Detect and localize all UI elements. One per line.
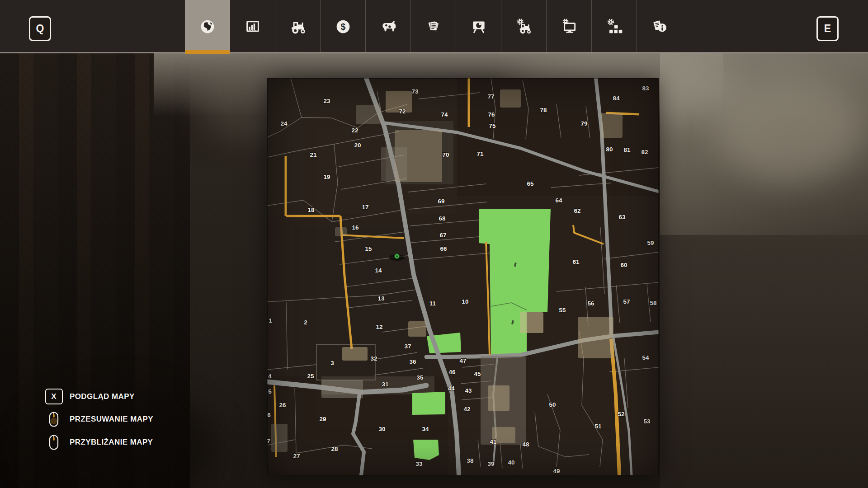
- field-number-21: 21: [310, 151, 317, 158]
- svg-text:$: $: [340, 22, 345, 32]
- tab-maintenance[interactable]: [501, 0, 547, 53]
- field-number-20: 20: [354, 142, 361, 149]
- globe-icon: [197, 16, 218, 37]
- field-number-75: 75: [489, 122, 496, 129]
- legend-row: PRZESUWANIE MAPY: [43, 411, 153, 427]
- field-number-55: 55: [559, 307, 566, 314]
- field-number-24: 24: [280, 120, 288, 127]
- tab-help[interactable]: [637, 0, 682, 53]
- tab-strip: $: [185, 0, 682, 53]
- field-number-38: 38: [467, 457, 474, 464]
- animals-icon: [378, 16, 399, 37]
- mouse-move-icon: [43, 411, 64, 427]
- finances-icon: [242, 16, 263, 37]
- field-number-41: 41: [490, 438, 497, 445]
- field-number-82: 82: [641, 149, 648, 155]
- field-number-46: 46: [448, 369, 456, 375]
- field-number-35: 35: [416, 374, 424, 381]
- field-number-25: 25: [307, 373, 314, 380]
- field-number-73: 73: [411, 88, 419, 95]
- field-number-54: 54: [642, 354, 649, 361]
- field-number-19: 19: [323, 174, 330, 180]
- field-number-49: 49: [553, 468, 560, 474]
- field-number-40: 40: [508, 459, 514, 466]
- field-number-52: 52: [618, 411, 624, 418]
- x-keycap: X: [45, 389, 63, 404]
- field-number-6: 6: [267, 412, 271, 418]
- field-number-2: 2: [304, 319, 307, 326]
- field-number-74: 74: [441, 111, 448, 118]
- tab-contracts[interactable]: [411, 0, 456, 53]
- field-number-57: 57: [623, 298, 630, 305]
- field-number-51: 51: [594, 423, 602, 430]
- field-number-65: 65: [527, 180, 534, 187]
- field-number-5: 5: [268, 388, 272, 395]
- tab-settings[interactable]: [547, 0, 592, 53]
- field-number-67: 67: [439, 232, 446, 239]
- farm-map[interactable]: 1234567101112131415161718192021222324252…: [267, 78, 659, 475]
- tab-money[interactable]: $: [321, 0, 366, 53]
- legend-label: PRZYBLIŻANIE MAPY: [70, 438, 153, 447]
- field-number-59: 59: [647, 239, 654, 246]
- field-number-27: 27: [293, 453, 300, 460]
- field-number-26: 26: [279, 402, 286, 408]
- field-number-63: 63: [618, 214, 626, 221]
- field-number-17: 17: [362, 204, 368, 211]
- field-number-60: 60: [620, 262, 627, 268]
- field-number-22: 22: [351, 127, 358, 134]
- background-right-top: [660, 53, 868, 252]
- tab-finances[interactable]: [230, 0, 275, 53]
- field-number-13: 13: [377, 295, 385, 302]
- field-number-3: 3: [330, 360, 334, 366]
- map-view[interactable]: 1234567101112131415161718192021222324252…: [267, 78, 659, 475]
- field-number-61: 61: [572, 258, 580, 265]
- field-number-71: 71: [476, 150, 484, 157]
- field-number-43: 43: [465, 387, 472, 394]
- field-number-37: 37: [404, 343, 411, 350]
- tab-production[interactable]: [456, 0, 501, 53]
- field-number-76: 76: [488, 111, 495, 118]
- field-number-50: 50: [549, 401, 556, 408]
- field-number-31: 31: [382, 381, 389, 388]
- settings-icon: [559, 16, 580, 37]
- field-number-42: 42: [463, 406, 470, 413]
- field-number-53: 53: [643, 418, 651, 425]
- tab-animals[interactable]: [366, 0, 411, 53]
- money-icon: $: [333, 16, 354, 37]
- field-number-36: 36: [409, 358, 416, 365]
- field-number-44: 44: [448, 385, 455, 392]
- field-number-47: 47: [459, 357, 466, 364]
- field-number-79: 79: [580, 120, 587, 127]
- production-icon: [468, 16, 489, 37]
- prev-menu-hotkey[interactable]: Q: [29, 16, 51, 41]
- keycap-icon: X: [43, 389, 64, 404]
- field-number-4: 4: [268, 373, 272, 380]
- field-number-34: 34: [422, 426, 429, 432]
- field-number-62: 62: [574, 207, 580, 214]
- field-number-33: 33: [415, 460, 423, 467]
- background-right-bottom: [660, 235, 868, 488]
- tab-map[interactable]: [185, 0, 230, 53]
- game-screen: Q $: [0, 0, 868, 488]
- field-number-18: 18: [307, 206, 315, 213]
- legend-row: PRZYBLIŻANIE MAPY: [43, 434, 153, 450]
- tab-vehicles[interactable]: [275, 0, 321, 53]
- top-menu-bar: Q $: [0, 0, 868, 53]
- field-number-15: 15: [365, 245, 372, 252]
- field-number-1: 1: [269, 317, 272, 324]
- field-number-16: 16: [352, 224, 359, 231]
- field-number-28: 28: [331, 446, 338, 452]
- background-blur-blob: [714, 77, 863, 181]
- field-number-23: 23: [323, 98, 330, 104]
- contracts-icon: [423, 16, 444, 37]
- field-number-72: 72: [399, 108, 406, 115]
- field-number-66: 66: [440, 245, 447, 252]
- vehicles-icon: [288, 16, 308, 37]
- field-number-78: 78: [540, 107, 547, 113]
- field-number-69: 69: [438, 198, 444, 205]
- tab-mods[interactable]: [592, 0, 637, 53]
- field-number-14: 14: [375, 267, 382, 274]
- next-menu-hotkey[interactable]: E: [816, 16, 839, 41]
- field-number-80: 80: [606, 146, 613, 153]
- legend-label: PRZESUWANIE MAPY: [70, 415, 153, 424]
